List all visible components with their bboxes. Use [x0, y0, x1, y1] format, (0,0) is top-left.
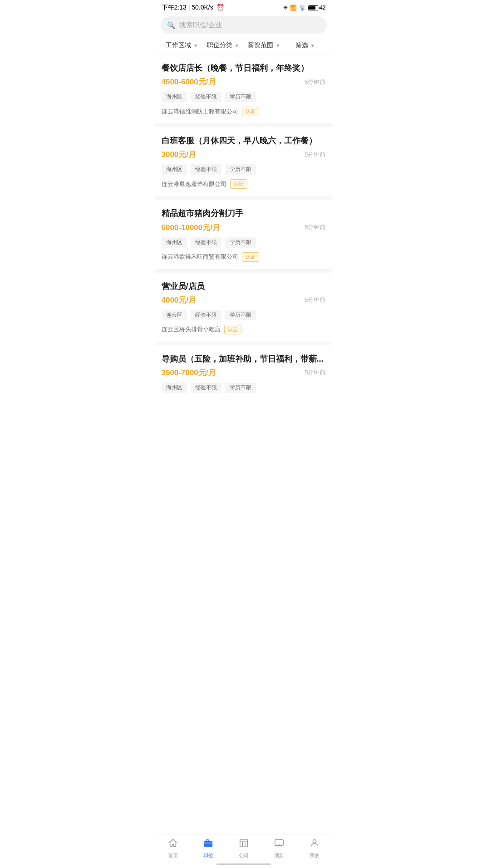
job-salary-row: 6000-10000元/月 5分钟前 — [162, 222, 326, 233]
filter-work-area[interactable]: 工作区域 ▼ — [162, 41, 203, 49]
job-tag: 经验不限 — [191, 383, 221, 393]
wifi-icon: 📡 — [299, 5, 306, 11]
job-salary-row: 3000元/月 5分钟前 — [162, 149, 326, 160]
job-company-name: 连云区桥头排骨小吃店 — [162, 325, 221, 333]
job-salary: 4500-6000元/月 — [162, 77, 216, 87]
job-company-row: 连云港欧得禾旺商贸有限公司 认证 — [162, 252, 326, 262]
job-tag: 学历不限 — [225, 164, 256, 175]
job-title: 餐饮店店长（晚餐，节日福利，年终奖） — [162, 63, 326, 74]
filter-salary-range[interactable]: 薪资范围 ▼ — [244, 41, 285, 49]
job-tag: 学历不限 — [225, 237, 256, 248]
job-tags: 海州区 经验不限 学历不限 — [162, 92, 326, 102]
chevron-down-icon: ▼ — [235, 43, 239, 48]
bluetooth-icon: ✳ — [283, 5, 288, 11]
job-salary: 4000元/月 — [162, 295, 197, 305]
job-item[interactable]: 精品超市猪肉分割刀手 6000-10000元/月 5分钟前 海州区 经验不限 学… — [155, 200, 332, 272]
job-tag: 连云区 — [162, 310, 187, 320]
chevron-down-icon: ▼ — [310, 43, 315, 48]
cert-badge: 认证 — [242, 107, 259, 116]
job-tag: 学历不限 — [225, 383, 256, 393]
job-tags: 海州区 经验不限 学历不限 — [162, 164, 326, 175]
job-salary-row: 3500-7000元/月 5分钟前 — [162, 368, 326, 378]
job-time: 5分钟前 — [305, 296, 325, 304]
job-salary: 3000元/月 — [162, 149, 197, 160]
job-company-row: 连云港尊逸服饰有限公司 认证 — [162, 179, 326, 189]
filter-screen-label: 筛选 — [295, 41, 308, 49]
cert-badge: 认证 — [242, 252, 259, 262]
job-title: 营业员/店员 — [162, 281, 326, 292]
search-bar[interactable]: 🔍 搜索职位/企业 — [161, 16, 327, 34]
job-tags: 连云区 经验不限 学历不限 — [162, 310, 326, 320]
job-time: 5分钟前 — [305, 78, 325, 86]
job-salary-row: 4500-6000元/月 5分钟前 — [162, 77, 326, 87]
job-tag: 经验不限 — [191, 237, 221, 248]
job-time: 5分钟前 — [305, 151, 325, 159]
status-icons: ✳ 📶 📡 42 — [283, 5, 326, 11]
filter-row: 工作区域 ▼ 职位分类 ▼ 薪资范围 ▼ 筛选 ▼ — [155, 39, 332, 54]
job-company-name: 连云港尊逸服饰有限公司 — [162, 180, 226, 188]
job-title: 精品超市猪肉分割刀手 — [162, 208, 326, 219]
chevron-down-icon: ▼ — [275, 43, 280, 48]
filter-job-type[interactable]: 职位分类 ▼ — [202, 41, 244, 49]
job-tag: 海州区 — [162, 164, 187, 175]
job-item[interactable]: 白班客服（月休四天，早八晚六，工作餐） 3000元/月 5分钟前 海州区 经验不… — [155, 127, 332, 200]
job-salary: 3500-7000元/月 — [162, 368, 216, 378]
cert-badge: 认证 — [230, 179, 247, 189]
job-title: 白班客服（月休四天，早八晚六，工作餐） — [162, 135, 326, 147]
status-time: 下午2:13 — [162, 4, 187, 11]
status-bar: 下午2:13 | 50.0K/s ⏰ ✳ 📶 📡 42 — [155, 0, 332, 14]
job-salary: 6000-10000元/月 — [162, 222, 220, 233]
job-tag: 学历不限 — [225, 310, 256, 320]
status-time-speed: 下午2:13 | 50.0K/s ⏰ — [162, 4, 224, 12]
battery-indicator: 42 — [308, 5, 326, 11]
job-list: 餐饮店店长（晚餐，节日福利，年终奖） 4500-6000元/月 5分钟前 海州区… — [155, 54, 332, 399]
chevron-down-icon: ▼ — [193, 43, 198, 48]
job-company-name: 连云港信维消防工程有限公司 — [162, 108, 238, 116]
job-time: 5分钟前 — [305, 368, 325, 377]
job-tag: 经验不限 — [191, 164, 221, 175]
signal-icon: 📶 — [290, 5, 297, 11]
job-tag: 经验不限 — [191, 310, 221, 320]
job-time: 5分钟前 — [305, 223, 325, 231]
job-title: 导购员（五险，加班补助，节日福利，带薪... — [162, 353, 326, 365]
job-tag: 海州区 — [162, 383, 187, 393]
job-tags: 海州区 经验不限 学历不限 — [162, 383, 326, 393]
job-tag: 海州区 — [162, 92, 187, 102]
filter-job-type-label: 职位分类 — [207, 41, 232, 49]
filter-salary-range-label: 薪资范围 — [248, 41, 273, 49]
cert-badge: 认证 — [224, 325, 241, 334]
job-item[interactable]: 营业员/店员 4000元/月 5分钟前 连云区 经验不限 学历不限 连云区桥头排… — [155, 273, 332, 345]
search-placeholder: 搜索职位/企业 — [179, 21, 222, 29]
job-company-row: 连云港信维消防工程有限公司 认证 — [162, 107, 326, 116]
job-item[interactable]: 餐饮店店长（晚餐，节日福利，年终奖） 4500-6000元/月 5分钟前 海州区… — [155, 54, 332, 127]
job-company-name: 连云港欧得禾旺商贸有限公司 — [162, 253, 238, 261]
job-tags: 海州区 经验不限 学历不限 — [162, 237, 326, 248]
status-speed: 50.0K/s — [192, 4, 213, 11]
job-tag: 学历不限 — [225, 92, 256, 102]
job-item[interactable]: 导购员（五险，加班补助，节日福利，带薪... 3500-7000元/月 5分钟前… — [155, 345, 332, 399]
filter-screen[interactable]: 筛选 ▼ — [285, 41, 326, 49]
job-tag: 经验不限 — [191, 92, 221, 102]
search-icon: 🔍 — [167, 21, 176, 29]
filter-work-area-label: 工作区域 — [166, 41, 191, 49]
job-tag: 海州区 — [162, 237, 187, 248]
job-salary-row: 4000元/月 5分钟前 — [162, 295, 326, 305]
job-company-row: 连云区桥头排骨小吃店 认证 — [162, 325, 326, 334]
